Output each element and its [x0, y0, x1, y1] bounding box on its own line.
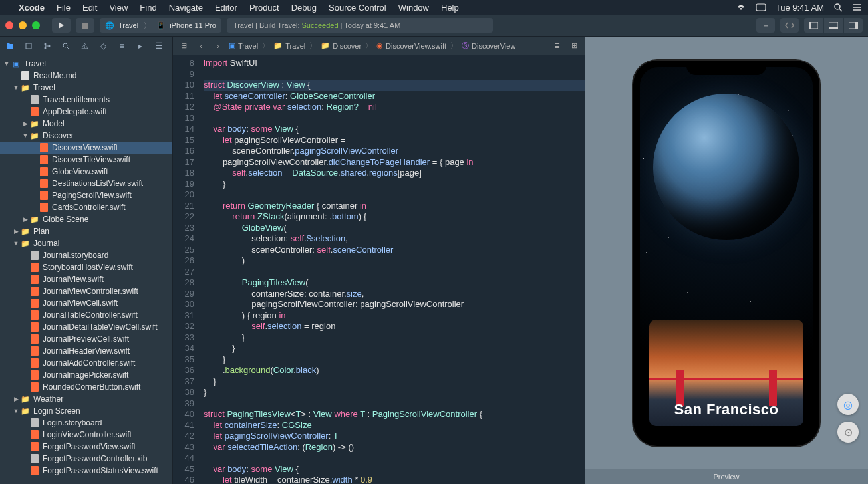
tree-item[interactable]: JournalDetailTableViewCell.swift: [0, 321, 172, 333]
run-button[interactable]: [52, 18, 71, 33]
control-center-icon[interactable]: [756, 3, 766, 11]
tree-item[interactable]: ReadMe.md: [0, 70, 172, 82]
breakpoint-navigator-icon[interactable]: ▸: [134, 40, 146, 52]
disclosure-triangle-icon[interactable]: ▶: [21, 216, 29, 223]
tree-item[interactable]: RoundedCornerButton.swift: [0, 381, 172, 393]
minimize-window-button[interactable]: [19, 21, 27, 29]
disclosure-triangle-icon[interactable]: ▼: [21, 132, 29, 139]
live-preview-button[interactable]: ◎: [837, 394, 859, 415]
menu-file[interactable]: File: [57, 3, 71, 13]
add-editor-icon[interactable]: ⊞: [567, 40, 581, 52]
tree-item[interactable]: JournalmagePicker.swift: [0, 369, 172, 381]
tree-item[interactable]: Journal.storyboard: [0, 249, 172, 261]
tree-item[interactable]: ▼▣Travel: [0, 58, 172, 70]
menu-source-control[interactable]: Source Control: [329, 3, 386, 13]
preview-screen[interactable]: San Francisco: [640, 67, 813, 439]
scheme-selector[interactable]: 🌐 Travel 〉 📱 iPhone 11 Pro: [100, 18, 221, 33]
toggle-inspector-button[interactable]: [844, 18, 863, 33]
zoom-window-button[interactable]: [32, 21, 40, 29]
code-review-button[interactable]: [780, 18, 799, 33]
tree-item[interactable]: DiscoverView.swift: [0, 142, 172, 154]
debug-navigator-icon[interactable]: ≡: [116, 40, 128, 52]
menu-product[interactable]: Product: [249, 3, 279, 13]
menu-extras-icon[interactable]: [852, 3, 861, 11]
folder-icon: 📁: [29, 215, 40, 224]
jumpbar-seg-4[interactable]: ⓈDiscoverView: [462, 41, 515, 51]
tree-item[interactable]: JournalHeaderView.swift: [0, 345, 172, 357]
menu-help[interactable]: Help: [441, 3, 459, 13]
toggle-debug-button[interactable]: [824, 18, 843, 33]
tree-item[interactable]: ▼📁Travel: [0, 82, 172, 94]
tree-item[interactable]: AppDelegate.swift: [0, 106, 172, 118]
disclosure-triangle-icon[interactable]: ▼: [3, 60, 11, 67]
menu-edit[interactable]: Edit: [82, 3, 97, 13]
source-editor[interactable]: 8910111213141516171819202122232425262728…: [173, 55, 585, 484]
clock[interactable]: Tue 9:41 AM: [776, 3, 824, 13]
library-button[interactable]: ＋: [756, 18, 775, 33]
tree-item[interactable]: Login.storyboard: [0, 417, 172, 429]
related-items-icon[interactable]: ⊞: [177, 40, 190, 52]
tree-item[interactable]: ForgotPasswordView.swift: [0, 441, 172, 453]
tree-item[interactable]: DiscoverTileView.swift: [0, 154, 172, 166]
menu-find[interactable]: Find: [140, 3, 156, 13]
test-navigator-icon[interactable]: ◇: [97, 40, 109, 52]
project-tree[interactable]: ▼▣TravelReadMe.md▼📁TravelTravel.entitlem…: [0, 55, 172, 479]
jumpbar-seg-2[interactable]: 📁Discover: [321, 41, 361, 50]
tree-item[interactable]: ForgotPasswordStatusView.swift: [0, 465, 172, 477]
disclosure-triangle-icon[interactable]: ▶: [21, 120, 29, 127]
tree-item[interactable]: ▶📁Weather: [0, 393, 172, 405]
wifi-icon[interactable]: [736, 3, 746, 11]
disclosure-triangle-icon[interactable]: ▶: [12, 396, 20, 402]
code-lines[interactable]: import SwiftUI struct DiscoverView : Vie…: [200, 55, 585, 484]
disclosure-triangle-icon[interactable]: ▼: [12, 84, 20, 91]
tree-item[interactable]: ▼📁Journal: [0, 237, 172, 249]
tree-item[interactable]: StoryboardHostView.swift: [0, 261, 172, 273]
report-navigator-icon[interactable]: ☰: [153, 40, 165, 52]
issue-navigator-icon[interactable]: ⚠: [78, 40, 90, 52]
stop-button[interactable]: [76, 18, 94, 33]
jumpbar-seg-1[interactable]: 📁Travel: [273, 41, 305, 50]
close-window-button[interactable]: [5, 21, 13, 29]
jumpbar-seg-0[interactable]: ▣Travel: [229, 41, 258, 50]
tree-item[interactable]: Travel.entitlements: [0, 94, 172, 106]
symbol-navigator-icon[interactable]: [41, 40, 53, 52]
forward-button[interactable]: ›: [212, 40, 225, 52]
tree-item[interactable]: JounalTableController.swift: [0, 309, 172, 321]
tree-item[interactable]: ForgotPasswordController.xib: [0, 453, 172, 465]
tree-item[interactable]: GlobeView.swift: [0, 166, 172, 178]
tree-item[interactable]: LoginViewController.swift: [0, 429, 172, 441]
tree-item[interactable]: JournalViewController.swift: [0, 285, 172, 297]
menu-navigate[interactable]: Navigate: [169, 3, 203, 13]
tree-item[interactable]: ▶📁Globe Scene: [0, 213, 172, 225]
disclosure-triangle-icon[interactable]: ▼: [12, 408, 20, 414]
tree-item[interactable]: ▼📁Discover: [0, 130, 172, 142]
menu-editor[interactable]: Editor: [215, 3, 237, 13]
tree-item[interactable]: ▶📁Model: [0, 118, 172, 130]
toggle-navigator-button[interactable]: [804, 18, 823, 33]
tree-item[interactable]: JournalView.swift: [0, 273, 172, 285]
disclosure-triangle-icon[interactable]: ▶: [12, 228, 20, 235]
app-menu[interactable]: Xcode: [19, 3, 45, 13]
menu-window[interactable]: Window: [398, 3, 429, 13]
tree-item[interactable]: ▼📁Login Screen: [0, 405, 172, 417]
spotlight-icon[interactable]: [833, 3, 843, 12]
back-button[interactable]: ‹: [194, 40, 208, 52]
jumpbar-seg-3[interactable]: ◉DiscoverView.swift: [376, 41, 446, 50]
find-navigator-icon[interactable]: [60, 40, 72, 52]
line-gutter[interactable]: 8910111213141516171819202122232425262728…: [173, 55, 200, 484]
preview-on-device-button[interactable]: ⊙: [837, 422, 859, 443]
menu-view[interactable]: View: [109, 3, 128, 13]
tree-item[interactable]: JournalPreviewCell.swift: [0, 333, 172, 345]
tree-item[interactable]: JournalViewCell.swift: [0, 297, 172, 309]
adjust-editor-options-icon[interactable]: ≣: [550, 40, 563, 52]
source-control-navigator-icon[interactable]: [23, 40, 35, 52]
menu-debug[interactable]: Debug: [291, 3, 317, 13]
tree-item[interactable]: DestinationsListView.swift: [0, 178, 172, 189]
tree-item[interactable]: PagingScrollView.swift: [0, 189, 172, 201]
tree-item[interactable]: JournalAddController.swift: [0, 357, 172, 369]
tree-item[interactable]: ▶📁Plan: [0, 225, 172, 237]
tree-item[interactable]: CardsController.swift: [0, 201, 172, 213]
project-navigator-icon[interactable]: [4, 40, 16, 52]
disclosure-triangle-icon[interactable]: ▼: [12, 240, 20, 247]
activity-viewer[interactable]: Travel | Build Travel: Succeeded | Today…: [227, 18, 493, 33]
